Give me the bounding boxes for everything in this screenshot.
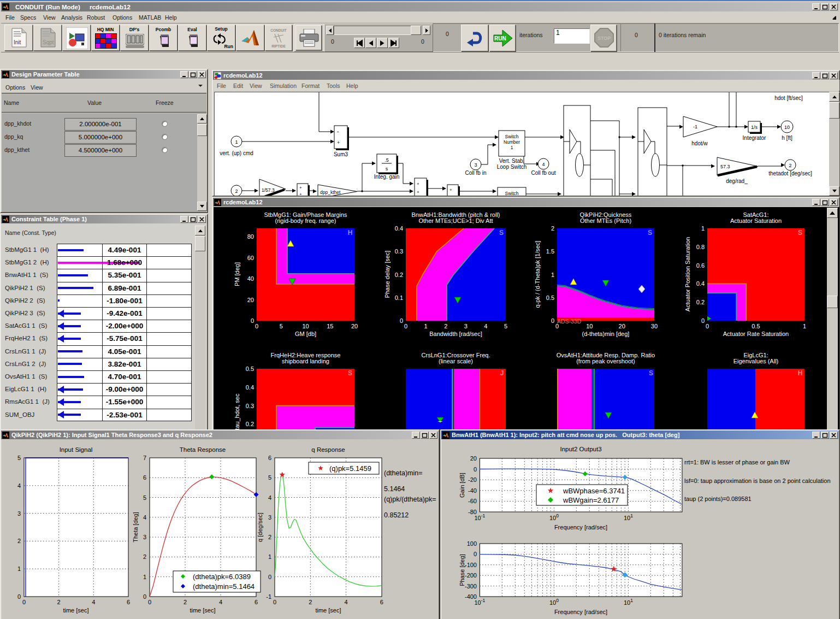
svg-text:Sqpt: Sqpt (43, 39, 54, 45)
svg-text:Vert. Stab.: Vert. Stab. (499, 158, 525, 164)
svg-text:20: 20 (470, 455, 477, 462)
svg-text:1: 1 (17, 565, 21, 572)
svg-text:4: 4 (542, 162, 545, 167)
svg-text:Number: Number (504, 139, 520, 145)
svg-text:0: 0 (400, 317, 403, 324)
svg-text:6: 6 (127, 599, 130, 605)
svg-text:+: + (417, 181, 419, 186)
svg-text:10-1: 10-1 (474, 598, 485, 606)
svg-text:rrt=1: BW is lesser of phase o: rrt=1: BW is lesser of phase or gain BW (684, 459, 790, 465)
svg-text:1: 1 (511, 145, 513, 150)
svg-text:taup (2 points)=0.089581: taup (2 points)=0.089581 (684, 496, 752, 502)
svg-text:0.2: 0.2 (696, 299, 705, 305)
svg-text:4: 4 (17, 482, 21, 489)
svg-text:hdot/w: hdot/w (691, 140, 708, 146)
svg-text:Theta [deg]: Theta [deg] (132, 512, 139, 543)
svg-text:Frequency [rad/sec]: Frequency [rad/sec] (554, 524, 607, 530)
svg-text:Bandwidth [rad/sec]: Bandwidth [rad/sec] (429, 331, 482, 337)
svg-text:5: 5 (143, 494, 146, 501)
svg-text:100: 100 (549, 598, 559, 606)
svg-text:+: + (299, 192, 302, 196)
svg-text:0: 0 (273, 599, 276, 605)
svg-text:1/57.3: 1/57.3 (262, 187, 275, 193)
svg-text:2: 2 (235, 188, 238, 194)
svg-text:0: 0 (474, 466, 477, 473)
svg-text:lsf=0: taup approximation is b: lsf=0: taup approximation is base on 2 p… (684, 477, 831, 484)
svg-text:10-1: 10-1 (474, 513, 485, 521)
svg-text:4: 4 (345, 599, 348, 605)
svg-text:-100: -100 (465, 562, 477, 568)
svg-text:q [deg/sec]: q [deg/sec] (257, 512, 263, 542)
svg-text:S: S (348, 369, 352, 377)
svg-text:20: 20 (247, 297, 254, 303)
svg-text:Switch: Switch (505, 191, 518, 196)
svg-text:10: 10 (784, 125, 790, 130)
svg-text:1: 1 (551, 272, 554, 278)
svg-text:.5: .5 (384, 157, 389, 163)
svg-text:S: S (649, 369, 653, 377)
svg-text:vert. (up) cmd: vert. (up) cmd (220, 150, 253, 156)
svg-text:0: 0 (251, 317, 254, 324)
svg-text:Integrator: Integrator (743, 135, 766, 141)
svg-text:dpp_kthet: dpp_kthet (320, 190, 341, 195)
svg-text:-40: -40 (468, 487, 477, 494)
svg-text:0: 0 (551, 317, 554, 324)
svg-text:Integ. gain: Integ. gain (374, 174, 400, 180)
svg-text:time [sec]: time [sec] (63, 607, 88, 614)
svg-text:6: 6 (143, 474, 146, 481)
svg-text:7: 7 (143, 455, 146, 461)
svg-text:0.85212: 0.85212 (384, 511, 409, 519)
svg-text:2: 2 (57, 599, 61, 605)
svg-text:GM [db]: GM [db] (295, 331, 316, 337)
svg-text:1: 1 (143, 574, 146, 580)
svg-text:2: 2 (17, 538, 21, 544)
svg-text:2: 2 (143, 553, 146, 560)
svg-text:Actuator Position Saturation: Actuator Position Saturation (684, 237, 691, 311)
svg-text:S: S (648, 229, 652, 237)
svg-text:s: s (386, 166, 388, 172)
svg-text:2: 2 (184, 599, 187, 605)
svg-text:101: 101 (624, 598, 633, 606)
svg-text:0.4: 0.4 (395, 225, 403, 232)
svg-text:(linear scale): (linear scale) (439, 358, 473, 364)
svg-text:-20: -20 (468, 476, 477, 483)
svg-text:Coll fb out: Coll fb out (531, 170, 555, 176)
svg-text:2: 2 (444, 323, 447, 329)
svg-text:6: 6 (380, 599, 383, 605)
svg-text:0.5: 0.5 (246, 365, 254, 372)
svg-text:Loop Switch: Loop Switch (497, 164, 527, 170)
svg-text:time [sec]: time [sec] (190, 607, 215, 614)
svg-text:Input Signal: Input Signal (60, 446, 93, 453)
svg-text:1.5: 1.5 (546, 248, 554, 255)
svg-text:(from peak overshoot): (from peak overshoot) (576, 358, 635, 364)
svg-text:101: 101 (624, 513, 633, 521)
svg-text:H: H (348, 229, 353, 237)
svg-text:3: 3 (143, 534, 146, 540)
svg-text:4: 4 (484, 323, 487, 329)
svg-text:0: 0 (255, 323, 258, 329)
svg-text:(rigid-body freq. range): (rigid-body freq. range) (275, 217, 336, 224)
svg-text:h [ft]: h [ft] (782, 135, 792, 141)
svg-text:(dtheta)min=: (dtheta)min= (384, 469, 423, 477)
svg-text:80: 80 (247, 233, 254, 240)
svg-text:0.6: 0.6 (696, 262, 705, 269)
svg-text:RUN: RUN (494, 36, 506, 42)
svg-text:Actuator Saturation: Actuator Saturation (730, 217, 782, 224)
svg-text:100: 100 (467, 540, 477, 547)
svg-text:0.8: 0.8 (696, 244, 705, 250)
svg-text:S: S (798, 229, 802, 237)
svg-text:6: 6 (268, 455, 271, 461)
svg-text:(q)pk=5.1459: (q)pk=5.1459 (329, 464, 371, 473)
svg-text:S: S (499, 229, 504, 237)
svg-text:2: 2 (551, 225, 554, 232)
svg-text:10: 10 (302, 323, 309, 329)
svg-text:-300: -300 (465, 583, 477, 589)
svg-text:-200: -200 (465, 572, 477, 579)
svg-text:Eigenvalues (All): Eigenvalues (All) (733, 358, 779, 364)
svg-text:1: 1 (268, 553, 271, 560)
svg-text:Other MTEs (Pitch): Other MTEs (Pitch) (580, 217, 631, 224)
svg-text:+: + (299, 185, 302, 190)
svg-text:0.2: 0.2 (246, 421, 254, 427)
svg-text:-60: -60 (468, 498, 477, 504)
svg-text:3: 3 (268, 514, 271, 521)
